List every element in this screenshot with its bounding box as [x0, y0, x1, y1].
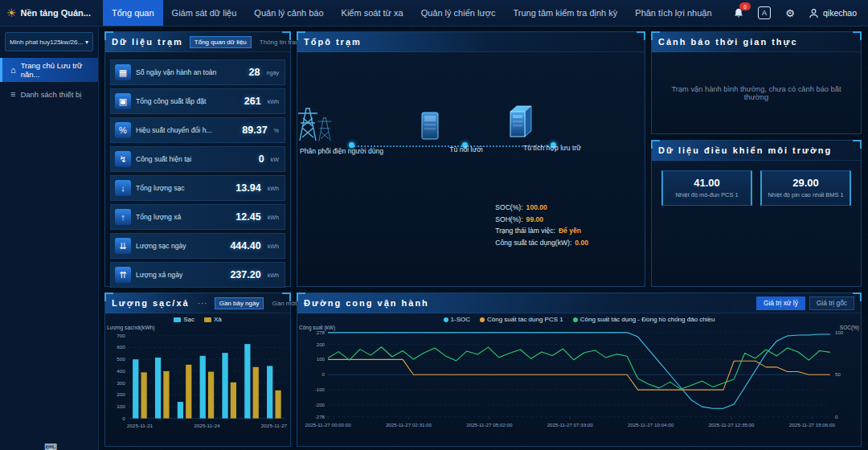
- station-data-tab[interactable]: Tổng quan dữ liệu: [190, 36, 252, 48]
- node-grid[interactable]: Phân phối điện người dùng: [293, 102, 390, 155]
- nav-tab[interactable]: Quản lý chiến lược: [412, 0, 505, 26]
- node-label: Phân phối điện người dùng: [293, 147, 390, 155]
- more-icon[interactable]: ···: [198, 299, 208, 308]
- metric-row: ▦Số ngày vận hành an toàn28ngày: [110, 59, 285, 85]
- metric-row: ⇊Lượng sạc ngày444.40kWh: [110, 233, 285, 259]
- sidebar-item-device-list[interactable]: ≡Danh sách thiết bị: [0, 82, 98, 106]
- status-row: Công suất tác dụng(kW):0.00: [495, 237, 588, 249]
- metric-row: ⇈Lượng xả ngày237.20kWh: [110, 262, 285, 288]
- nav-tab[interactable]: Kiểm soát từ xa: [333, 0, 412, 26]
- panel-title: Lượng sạc/xả: [112, 298, 190, 308]
- ime-keyboard-icon[interactable]: ⌨: [44, 442, 57, 450]
- env-stat-value: 41.00: [665, 177, 748, 189]
- topology-panel: Tổpô trạm: [297, 31, 645, 287]
- settings-gear-icon[interactable]: ⚙: [783, 6, 797, 20]
- svg-text:0: 0: [122, 415, 125, 421]
- station-select[interactable]: Minh phat huy125kw/26... ▾: [5, 32, 93, 51]
- svg-text:0: 0: [835, 414, 838, 419]
- svg-text:400: 400: [117, 368, 125, 374]
- user-menu[interactable]: qikechao: [809, 8, 857, 18]
- status-label: SOC(%):: [495, 203, 522, 211]
- legend-item[interactable]: Công suất tác dụng PCS 1: [480, 316, 563, 323]
- storage-status: SOC(%):100.00SOH(%):99.00Trạng thái làm …: [495, 202, 588, 248]
- metric-label: Lượng sạc ngày: [136, 242, 225, 250]
- svg-text:2025-11-27 00:00:00: 2025-11-27 00:00:00: [305, 422, 352, 428]
- svg-text:200: 200: [317, 342, 326, 347]
- legend-item[interactable]: Xả: [204, 316, 222, 323]
- topology-diagram: Phân phối điện người dùng Tủ nối lưới: [297, 52, 645, 287]
- legend-dot: [444, 317, 448, 322]
- app-title: Nền tảng Quản...: [21, 8, 91, 18]
- charge-discharge-panel: Lượng sạc/xả ··· Gần bảy ngàyGần một thá…: [104, 292, 291, 447]
- station-data-header: Dữ liệu trạm Tổng quan dữ liệuThông tin …: [105, 32, 290, 52]
- node-storage[interactable]: Tủ tích hợp lưu trữ: [504, 104, 600, 152]
- notifications-bell-icon[interactable]: 0: [731, 6, 746, 20]
- svg-text:700: 700: [117, 333, 125, 338]
- range-tab[interactable]: Gần bảy ngày: [215, 297, 264, 309]
- metric-unit: kWh: [268, 272, 279, 279]
- svg-text:300: 300: [117, 380, 125, 386]
- legend-item[interactable]: Sạc: [174, 316, 194, 323]
- station-select-value: Minh phat huy125kw/26...: [10, 39, 83, 46]
- sidebar: Minh phat huy125kw/26... ▾ ⌂Trang chủ Lư…: [0, 26, 99, 450]
- metric-value: 13.94: [235, 182, 260, 194]
- metric-label: Tổng lượng xả: [136, 213, 231, 221]
- metric-label: Công suất hiện tại: [136, 155, 254, 163]
- metric-unit: kW: [271, 156, 279, 163]
- status-label: Công suất tác dụng(kW):: [495, 239, 571, 247]
- svg-text:100: 100: [835, 329, 844, 335]
- svg-text:50: 50: [835, 371, 841, 377]
- notification-badge: 0: [739, 2, 751, 10]
- panel-title: Cảnh báo thời gian thực: [658, 37, 798, 47]
- svg-text:Công suất (kW): Công suất (kW): [299, 324, 335, 331]
- nav-tab[interactable]: Giám sát dữ liệu: [163, 0, 246, 26]
- metric-label: Số ngày vận hành an toàn: [136, 68, 244, 76]
- nav-tab[interactable]: Phân tích lợi nhuận: [626, 0, 720, 26]
- efficiency-icon: %: [115, 122, 131, 138]
- svg-text:-100: -100: [315, 387, 326, 392]
- svg-text:2025-11-27 15:06:00: 2025-11-27 15:06:00: [789, 422, 836, 428]
- username: qikechao: [823, 8, 857, 18]
- metric-row: %Hiệu suất chuyển đổi h...89.37%: [110, 117, 285, 143]
- value-mode-buttons: Giá trị xử lýGiá trị gốc: [756, 297, 854, 310]
- status-value: 100.00: [526, 203, 547, 211]
- environment-header: Dữ liệu điều khiển môi trường: [652, 141, 861, 161]
- topology-header: Tổpô trạm: [297, 32, 645, 52]
- status-label: Trạng thái làm việc:: [495, 227, 555, 235]
- nav-tab[interactable]: Trung tâm kiểm tra định kỳ: [504, 0, 626, 26]
- node-label: Tủ tích hợp lưu trữ: [504, 144, 600, 152]
- language-icon[interactable]: A: [757, 6, 772, 20]
- bar-chart: 0100200300400500600700Lượng sạc/xả(kWh)2…: [105, 323, 290, 440]
- value-mode-button[interactable]: Giá trị gốc: [809, 297, 854, 310]
- nav-tab[interactable]: Quản lý cảnh báo: [245, 0, 332, 26]
- svg-text:2025-11-27 05:02:00: 2025-11-27 05:02:00: [466, 422, 513, 428]
- svg-text:500: 500: [117, 356, 125, 362]
- charge-discharge-header: Lượng sạc/xả ··· Gần bảy ngàyGần một thá…: [105, 293, 290, 313]
- chevron-down-icon: ▾: [85, 39, 88, 46]
- svg-text:-278: -278: [315, 414, 326, 419]
- legend-swatch: [204, 317, 211, 322]
- node-grid-cabinet[interactable]: Tủ nối lưới: [418, 110, 514, 153]
- metric-value: 0: [259, 153, 264, 165]
- svg-text:2025-11-27 10:04:00: 2025-11-27 10:04:00: [628, 422, 674, 428]
- sidebar-item-home[interactable]: ⌂Trang chủ Lưu trữ năn...: [0, 58, 98, 82]
- main-nav: Tổng quanGiám sát dữ liệuQuản lý cảnh bá…: [103, 0, 721, 26]
- right-column: Cảnh báo thời gian thực Trạm vận hành bì…: [651, 31, 862, 287]
- operation-curve-panel: Đường cong vận hành Giá trị xử lýGiá trị…: [297, 292, 862, 447]
- curve-header: Đường cong vận hành Giá trị xử lýGiá trị…: [297, 293, 861, 313]
- environment-panel: Dữ liệu điều khiển môi trường 41.00Nhiệt…: [651, 140, 862, 287]
- value-mode-button[interactable]: Giá trị xử lý: [756, 297, 805, 310]
- panel-title: Đường cong vận hành: [304, 298, 429, 308]
- metric-label: Hiệu suất chuyển đổi h...: [136, 126, 237, 134]
- svg-text:2025-11-24: 2025-11-24: [194, 423, 220, 428]
- metric-unit: %: [274, 127, 279, 134]
- app-logo: ☀ Nền tảng Quản...: [0, 0, 98, 26]
- bar-chart-legend: SạcXả: [105, 313, 290, 323]
- nav-tab[interactable]: Tổng quan: [103, 0, 163, 26]
- storage-cabinet-icon: [504, 104, 536, 141]
- svg-text:0: 0: [322, 371, 326, 377]
- legend-item[interactable]: Công suất tác dụng - Đồng hồ chống đảo c…: [573, 316, 715, 323]
- svg-text:278: 278: [317, 329, 326, 335]
- metric-label: Lượng xả ngày: [136, 271, 225, 279]
- legend-item[interactable]: 1-SOC: [444, 316, 470, 323]
